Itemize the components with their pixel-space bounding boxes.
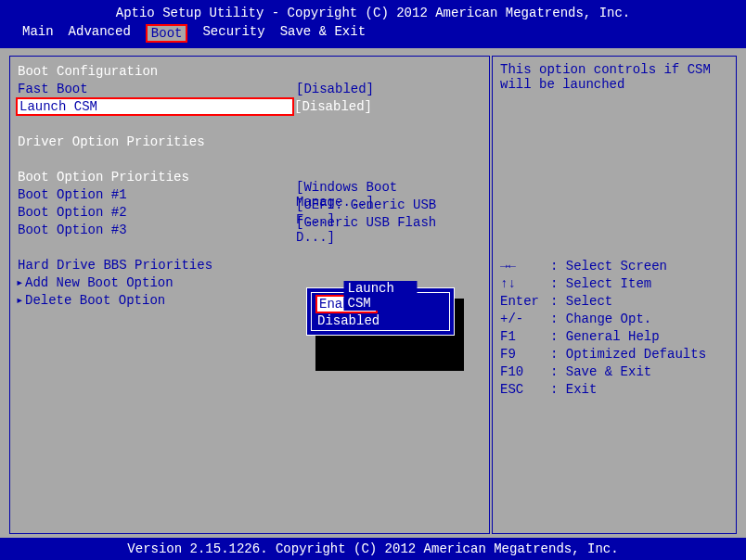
caret-icon: ▸: [16, 292, 23, 308]
label-boot-opt-2: Boot Option #2: [18, 205, 296, 220]
label-launch-csm: Launch CSM: [16, 97, 294, 116]
label-delete-boot: Delete Boot Option: [18, 293, 296, 308]
caret-icon: ▸: [16, 274, 23, 290]
key-f1: F1: General Help: [500, 329, 728, 347]
menubar: Main Advanced Boot Security Save & Exit: [0, 22, 746, 46]
key-enter: Enter: Select: [500, 294, 728, 312]
key-select-item: ↑↓: Select Item: [500, 276, 728, 294]
section-boot-config: Boot Configuration: [18, 64, 296, 79]
app-title: Aptio Setup Utility - Copyright (C) 2012…: [0, 4, 746, 22]
section-driver-priorities: Driver Option Priorities: [18, 134, 296, 149]
label-boot-opt-1: Boot Option #1: [18, 187, 296, 202]
value-fast-boot: [Disabled]: [296, 82, 374, 96]
key-change-opt: +/-: Change Opt.: [500, 312, 728, 329]
section-boot-priorities: Boot Option Priorities: [18, 170, 296, 185]
key-f9: F9: Optimized Defaults: [500, 347, 728, 364]
key-select-screen: →←: Select Screen: [500, 259, 728, 276]
right-panel: This option controls if CSM will be laun…: [492, 56, 737, 534]
key-f10: F10: Save & Exit: [500, 364, 728, 382]
label-fast-boot: Fast Boot: [18, 82, 296, 96]
header-bar: Aptio Setup Utility - Copyright (C) 2012…: [0, 0, 746, 48]
key-esc: ESC: Exit: [500, 382, 728, 400]
label-add-boot: Add New Boot Option: [18, 275, 296, 290]
menu-save-exit[interactable]: Save & Exit: [280, 24, 366, 43]
footer-bar: Version 2.15.1226. Copyright (C) 2012 Am…: [0, 538, 746, 560]
row-launch-csm[interactable]: Launch CSM [Disabled]: [18, 97, 482, 115]
popup-option-disabled[interactable]: Disabled: [315, 313, 381, 328]
row-boot-opt-3[interactable]: Boot Option #3 [Generic USB Flash D...]: [18, 221, 482, 238]
menu-boot[interactable]: Boot: [146, 24, 188, 43]
popup-title: Launch CSM: [344, 281, 418, 311]
value-launch-csm: [Disabled]: [294, 99, 372, 114]
menu-security[interactable]: Security: [202, 24, 264, 43]
help-text: This option controls if CSM will be laun…: [500, 62, 728, 92]
label-boot-opt-3: Boot Option #3: [18, 223, 296, 237]
popup-launch-csm: Launch CSM Enabled Disabled: [306, 287, 455, 336]
value-boot-opt-3: [Generic USB Flash D...]: [296, 215, 482, 245]
row-fast-boot[interactable]: Fast Boot [Disabled]: [18, 80, 482, 97]
row-hdd-bbs[interactable]: Hard Drive BBS Priorities: [18, 256, 482, 274]
menu-advanced[interactable]: Advanced: [69, 24, 131, 43]
menu-main[interactable]: Main: [22, 24, 54, 43]
label-hdd-bbs: Hard Drive BBS Priorities: [18, 258, 296, 273]
